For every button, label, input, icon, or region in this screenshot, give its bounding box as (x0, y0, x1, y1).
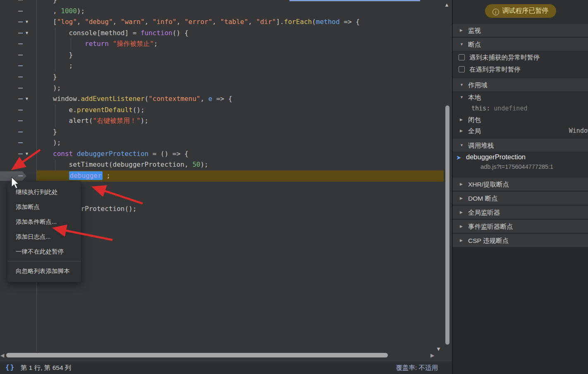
code-editor[interactable]: ▼▼▼▼ }, 1000);["log", "debug", "warn", "… (0, 0, 452, 351)
gutter-row[interactable] (0, 105, 36, 116)
chevron-right-icon[interactable]: ▶ (460, 177, 463, 191)
code-line[interactable]: } (53, 0, 360, 6)
sidebar-section-断点[interactable]: ▼断点 (453, 37, 588, 51)
scope-value: Window (569, 125, 588, 137)
context-menu-item[interactable]: 一律不在此处暂停 (7, 244, 81, 259)
horizontal-scrollbar[interactable]: ◀ ▶ (0, 351, 452, 361)
code-line[interactable]: ); (53, 83, 360, 94)
gutter-border (36, 0, 37, 351)
gutter-row[interactable] (0, 83, 36, 94)
call-stack-frame[interactable]: ➤debuggerProtectionadb.js?t=175604477728… (453, 152, 588, 175)
scope-tree-item[interactable]: ▼本地 (453, 92, 588, 103)
gutter-row[interactable] (0, 159, 36, 170)
sidebar-section-全局监听器[interactable]: ▶全局监听器 (453, 205, 588, 219)
chevron-down-icon[interactable]: ▼ (460, 139, 464, 152)
chevron-right-icon[interactable]: ▶ (460, 192, 463, 205)
coverage-dash-icon (18, 55, 23, 55)
code-line[interactable]: debugger ; (53, 170, 360, 182)
fold-arrow-icon[interactable]: ▼ (25, 94, 29, 105)
code-line[interactable]: ; (53, 60, 360, 72)
gutter-row[interactable] (0, 72, 36, 83)
gutter-row[interactable]: ▼ (0, 94, 36, 105)
chevron-right-icon[interactable]: ▶ (460, 220, 463, 233)
code-line[interactable]: } (53, 50, 360, 61)
hscroll-thumb[interactable] (6, 353, 388, 357)
coverage-dash-icon (18, 22, 23, 22)
chevron-down-icon[interactable]: ▼ (460, 38, 464, 51)
code-line[interactable]: ); (53, 137, 360, 149)
chevron-right-icon[interactable]: ▶ (460, 24, 463, 37)
sidebar-section-DOM 断点[interactable]: ▶DOM 断点 (453, 191, 588, 205)
coverage-dash-icon (18, 110, 23, 110)
sidebar-section-CSP 违规断点[interactable]: ▶CSP 违规断点 (453, 233, 588, 247)
code-line[interactable]: alert("右键被禁用！"); (53, 115, 360, 127)
vscroll-up-arrow[interactable]: ▲ (444, 2, 449, 8)
fold-arrow-icon[interactable]: ▼ (25, 149, 29, 160)
gutter-row[interactable] (0, 115, 36, 127)
code-line[interactable]: debuggerProtection(); (53, 204, 360, 215)
chevron-right-icon[interactable]: ▶ (460, 114, 463, 125)
code-line[interactable]: , 1000); (53, 6, 360, 17)
hscroll-left-arrow[interactable]: ◀ (0, 352, 4, 358)
context-menu-item[interactable]: 添加日志点... (7, 229, 81, 244)
chevron-right-icon[interactable]: ▶ (460, 234, 463, 247)
pretty-print-button[interactable]: {} (5, 363, 15, 371)
gutter-row[interactable] (0, 60, 36, 72)
gutter-row[interactable]: ▼ (0, 149, 36, 160)
coverage-label[interactable]: 覆盖率: 不适用 (396, 364, 438, 372)
context-menu-item[interactable]: 继续执行到此处 (7, 185, 81, 199)
code-line[interactable]: } (53, 127, 360, 138)
fold-arrow-icon[interactable]: ▼ (25, 28, 29, 39)
coverage-dash-icon (18, 33, 23, 34)
code-line[interactable]: } (53, 182, 360, 193)
fold-arrow-icon[interactable]: ▼ (25, 17, 29, 28)
gutter-row[interactable] (0, 137, 36, 149)
debugger-paused-badge: i调试程序已暂停 (485, 4, 556, 18)
sidebar-sections: i调试程序已暂停 ▶监视▼断点遇到未捕获的异常时暂停在遇到异常时暂停▼作用域▼本… (453, 0, 588, 247)
scope-tree-item[interactable]: ▶闭包 (453, 114, 588, 125)
sidebar-section-作用域[interactable]: ▼作用域 (453, 78, 588, 92)
gutter-row[interactable] (0, 127, 36, 138)
coverage-dash-icon (18, 153, 23, 154)
sidebar-section-XHR/提取断点[interactable]: ▶XHR/提取断点 (453, 177, 588, 191)
chevron-right-icon[interactable]: ▶ (460, 125, 463, 137)
vscroll-thumb[interactable] (445, 105, 449, 345)
scope-variable[interactable]: this: undefined (453, 103, 588, 114)
gutter-row[interactable] (0, 0, 36, 6)
chevron-right-icon[interactable]: ▶ (460, 206, 463, 219)
gutter-row[interactable] (0, 170, 36, 182)
execution-arrow-icon: ➤ (456, 154, 461, 161)
context-menu-item[interactable]: 添加断点 (7, 199, 81, 214)
scope-tree-item[interactable]: ▶全局Window (453, 125, 588, 137)
coverage-dash-icon (18, 175, 23, 176)
code-line[interactable]: return "操作被禁止"; (53, 38, 360, 50)
gutter-row[interactable] (0, 38, 36, 50)
sidebar-section-事件监听器断点[interactable]: ▶事件监听器断点 (453, 219, 588, 233)
context-menu-item[interactable]: 添加条件断点... (7, 214, 81, 229)
gutter-row[interactable]: ▼ (0, 17, 36, 28)
sidebar-section-监视[interactable]: ▶监视 (453, 23, 588, 37)
checkbox-icon[interactable] (459, 66, 465, 72)
context-menu-item[interactable]: 向忽略列表添加脚本 (7, 264, 81, 278)
gutter-row[interactable] (0, 6, 36, 17)
checkbox-icon[interactable] (459, 54, 465, 60)
code-line[interactable]: window.addEventListener("contextmenu", e… (53, 94, 360, 105)
code-line[interactable]: ; (53, 192, 360, 204)
code-lines[interactable]: }, 1000);["log", "debug", "warn", "info"… (53, 0, 360, 214)
breakpoint-checkbox-row[interactable]: 遇到未捕获的异常时暂停 (453, 51, 588, 63)
code-line[interactable]: const debuggerProtection = () => { (53, 149, 360, 160)
chevron-down-icon[interactable]: ▼ (460, 78, 464, 92)
breakpoint-checkbox-row[interactable]: 在遇到异常时暂停 (453, 63, 588, 75)
code-line[interactable]: setTimeout(debuggerProtection, 50); (53, 159, 360, 170)
gutter-row[interactable]: ▼ (0, 28, 36, 39)
code-line[interactable]: } (53, 72, 360, 83)
code-line[interactable]: e.preventDefault(); (53, 105, 360, 116)
code-line[interactable]: ["log", "debug", "warn", "info", "error"… (53, 17, 360, 28)
chevron-down-icon[interactable]: ▼ (460, 92, 464, 103)
sidebar-section-调用堆栈[interactable]: ▼调用堆栈 (453, 138, 588, 152)
coverage-dash-icon (18, 43, 23, 44)
vscroll-down-arrow[interactable]: ▼ (436, 346, 441, 351)
gutter-row[interactable] (0, 50, 36, 61)
code-line[interactable]: console[method] = function() { (53, 28, 360, 39)
hscroll-right-arrow[interactable]: ▶ (430, 352, 434, 358)
